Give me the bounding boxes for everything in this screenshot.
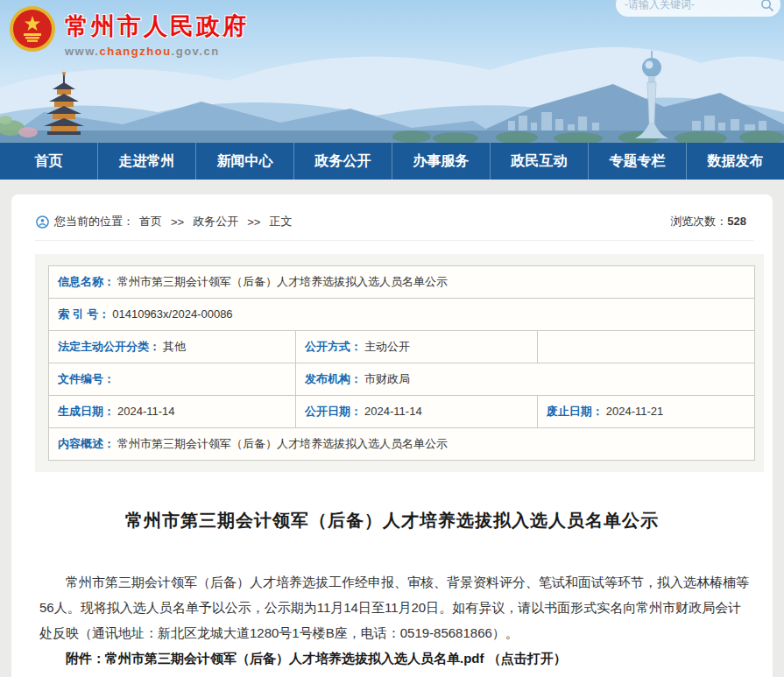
site-url: www.changzhou.gov.cn [65,45,249,58]
info-table: 信息名称：常州市第三期会计领军（后备）人才培养选拔拟入选人员名单公示 索 引 号… [48,265,755,461]
nav-item-about[interactable]: 走进常州 [97,143,195,180]
breadcrumb-home[interactable]: 首页 [139,214,162,229]
nav-item-interact[interactable]: 政民互动 [490,143,588,180]
view-count-value: 528 [727,215,746,228]
table-row-classification: 法定主动公开分类：其他 公开方式：主动公开 [49,331,755,363]
search-box [616,0,780,17]
table-row-info-name: 信息名称：常州市第三期会计领军（后备）人才培养选拔拟入选人员名单公示 [49,266,755,299]
nav-item-home[interactable]: 首页 [0,143,97,180]
nav-item-special[interactable]: 专题专栏 [588,143,686,180]
article-paragraph: 常州市第三期会计领军（后备）人才培养选拔工作经申报、审核、背景资料评分、笔试和面… [39,569,752,645]
location-icon [36,215,49,229]
breadcrumb-section[interactable]: 政务公开 [193,214,238,229]
view-count: 浏览次数：528 [670,214,746,229]
nav-item-data[interactable]: 数据发布 [686,143,784,180]
nav-item-gov-info[interactable]: 政务公开 [293,143,392,180]
info-table-panel: 信息名称：常州市第三期会计领军（后备）人才培养选拔拟入选人员名单公示 索 引 号… [35,254,764,472]
table-row-dates: 生成日期：2024-11-14 公开日期：2024-11-14 废止日期：202… [49,396,755,428]
nav-item-news[interactable]: 新闻中心 [195,143,293,180]
article-body: 常州市第三期会计领军（后备）人才培养选拔工作经申报、审核、背景资料评分、笔试和面… [39,569,752,671]
breadcrumb-divider [35,240,753,241]
table-row-index-number: 索 引 号：01410963x/2024-00086 [49,299,755,331]
site-title: 常州市人民政府 [65,11,249,42]
main-nav: 首页 走进常州 新闻中心 政务公开 办事服务 政民互动 专题专栏 数据发布 [0,143,784,180]
attachment-open-link[interactable]: （点击打开） [488,651,567,666]
national-emblem-logo [9,5,56,53]
search-icon[interactable] [760,0,773,11]
page-background: 您当前的位置： 首页 >> 政务公开 >> 正文 浏览次数：528 信息名称：常… [0,180,784,677]
table-row-doc-number: 文件编号： 发布机构：市财政局 [49,363,755,396]
attachment-pdf-link[interactable]: 常州市第三期会计领军（后备）人才培养选拔拟入选人员名单.pdf [105,651,484,666]
attachment-label: 附件： [66,651,105,666]
breadcrumb-row: 您当前的位置： 首页 >> 政务公开 >> 正文 浏览次数：528 [11,212,773,240]
site-brand[interactable]: 常州市人民政府 www.changzhou.gov.cn [9,5,249,58]
nav-item-services[interactable]: 办事服务 [392,143,490,180]
breadcrumb-separator: >> [247,215,260,229]
breadcrumb: 您当前的位置： 首页 >> 政务公开 >> 正文 [36,214,292,229]
table-row-summary: 内容概述：常州市第三期会计领军（后备）人才培养选拔拟入选人员名单公示 [49,428,755,461]
content-card: 您当前的位置： 首页 >> 政务公开 >> 正文 浏览次数：528 信息名称：常… [11,194,773,677]
breadcrumb-prefix: 您当前的位置： [54,214,134,229]
view-count-label: 浏览次数： [670,215,727,228]
breadcrumb-separator: >> [171,215,184,229]
search-input[interactable] [625,0,760,11]
article-title: 常州市第三期会计领军（后备）人才培养选拔拟入选人员名单公示 [11,509,773,532]
header-banner: 常州市人民政府 www.changzhou.gov.cn [0,0,784,143]
breadcrumb-current: 正文 [269,214,292,229]
attachment-line: 附件：常州市第三期会计领军（后备）人才培养选拔拟入选人员名单.pdf （点击打开… [39,645,752,671]
